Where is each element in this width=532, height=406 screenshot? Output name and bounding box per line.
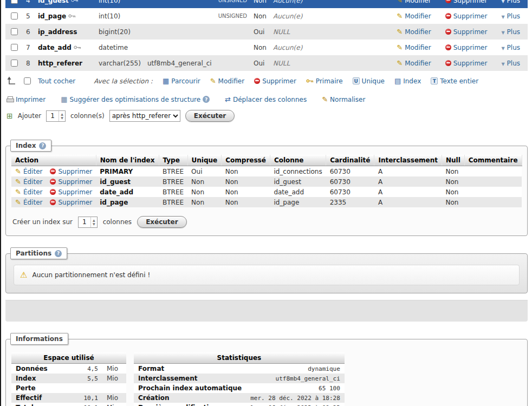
- add-column-form: Ajouter 1 colonne(s) après http_referer …: [5, 109, 528, 128]
- selection-drop-button[interactable]: Supprimer: [254, 77, 296, 85]
- column-default: Aucun(e): [270, 0, 335, 8]
- browse-icon: [163, 77, 169, 85]
- column-collation: [144, 40, 215, 55]
- check-all-checkbox[interactable]: [24, 77, 31, 84]
- key-icon: [68, 14, 76, 18]
- tools-bar: Imprimer Suggérer des optimisations de s…: [5, 91, 528, 109]
- normalize-link[interactable]: Normaliser: [322, 95, 365, 103]
- stepper-down-icon[interactable]: [93, 222, 95, 226]
- modify-link[interactable]: Modifier: [397, 59, 431, 67]
- delete-icon: [254, 78, 260, 84]
- chevron-down-icon: [501, 0, 504, 4]
- row-checkbox[interactable]: [11, 28, 18, 35]
- stepper-down-icon[interactable]: [61, 116, 63, 120]
- drop-index-link[interactable]: Supprimer: [50, 188, 92, 196]
- row-checkbox[interactable]: [11, 12, 18, 19]
- index-table: Action Nom de l'index Type Unique Compre…: [11, 155, 522, 207]
- drop-index-link[interactable]: Supprimer: [50, 167, 92, 175]
- drop-index-link[interactable]: Supprimer: [50, 178, 92, 186]
- selection-modify-button[interactable]: Modifier: [210, 77, 244, 85]
- create-index-count-stepper[interactable]: 1: [78, 217, 98, 228]
- key-icon: [74, 45, 81, 50]
- pencil-icon: [15, 198, 21, 206]
- stepper-up-icon[interactable]: [61, 113, 63, 116]
- drop-link[interactable]: Supprimer: [445, 0, 488, 4]
- help-icon[interactable]: [55, 250, 62, 257]
- create-index-columns-label: colonnes: [103, 218, 132, 226]
- print-link[interactable]: Imprimer: [7, 96, 46, 103]
- more-link[interactable]: Plus: [501, 0, 520, 4]
- with-selected-label: Avec la sélection :: [94, 77, 153, 85]
- key-icon: [71, 0, 79, 3]
- edit-index-link[interactable]: Éditer: [15, 178, 42, 186]
- column-name: ip_address: [35, 24, 95, 40]
- drop-link[interactable]: Supprimer: [445, 28, 488, 36]
- index-row: Éditer Supprimer id_page BTREE Non Non i…: [11, 197, 522, 207]
- add-column-count-stepper[interactable]: 1: [46, 110, 66, 122]
- row-checkbox[interactable]: [11, 60, 18, 67]
- column-attributes: UNSIGNED: [215, 0, 250, 8]
- table-row[interactable]: 8 http_referer varchar(255) utf8mb4_gene…: [5, 55, 528, 71]
- normalize-icon: [322, 95, 328, 103]
- column-type: bigint(20): [95, 24, 144, 40]
- move-columns-link[interactable]: Déplacer des colonnes: [225, 95, 307, 103]
- modify-link[interactable]: Modifier: [397, 43, 431, 51]
- column-null: Oui: [250, 24, 270, 40]
- edit-index-link[interactable]: Éditer: [15, 188, 42, 196]
- help-icon[interactable]: [203, 96, 210, 103]
- execute-button[interactable]: Exécuter: [185, 110, 235, 122]
- help-icon[interactable]: [39, 142, 46, 149]
- row-checkbox[interactable]: [11, 44, 18, 51]
- column-null: Non: [250, 8, 270, 24]
- selection-index-button[interactable]: Index: [394, 77, 421, 85]
- execute-button[interactable]: Exécuter: [137, 216, 187, 228]
- more-link[interactable]: Plus: [501, 43, 520, 51]
- column-attributes: [215, 55, 250, 71]
- column-null: Non: [250, 0, 270, 8]
- delete-icon: [445, 13, 451, 19]
- column-default: NULL: [270, 55, 335, 71]
- edit-index-link[interactable]: Éditer: [15, 167, 42, 175]
- edit-index-link[interactable]: Éditer: [15, 198, 42, 206]
- selection-fulltext-button[interactable]: Texte entier: [431, 77, 478, 85]
- modify-link[interactable]: Modifier: [397, 0, 431, 4]
- add-column-position-select[interactable]: après http_referer: [109, 110, 180, 122]
- drop-link[interactable]: Supprimer: [445, 43, 488, 51]
- table-row[interactable]: 7 date_add datetime Non Aucun(e) Modifie…: [5, 40, 528, 55]
- drop-link[interactable]: Supprimer: [445, 59, 488, 67]
- pencil-icon: [397, 28, 403, 36]
- check-all-label[interactable]: Tout cocher: [38, 77, 75, 85]
- more-link[interactable]: Plus: [501, 28, 520, 36]
- column-name: date_add: [35, 40, 95, 55]
- table-row[interactable]: 6 ip_address bigint(20) Oui NULL Modifie…: [5, 24, 528, 40]
- more-link[interactable]: Plus: [501, 59, 520, 67]
- selection-unique-button[interactable]: Unique: [353, 77, 385, 85]
- modify-link[interactable]: Modifier: [397, 12, 431, 20]
- table-row[interactable]: 5 id_page int(10) UNSIGNED Non Aucun(e) …: [5, 8, 528, 24]
- table-row: Interclassementutf8mb4_general_ci: [134, 374, 345, 383]
- fieldset-footer: [5, 300, 528, 322]
- selection-browse-button[interactable]: Parcourir: [163, 77, 200, 85]
- pencil-icon: [397, 59, 403, 67]
- table-row: Perte: [11, 383, 126, 393]
- table-row[interactable]: 4 id_guest int(10) UNSIGNED Non Aucun(e)…: [5, 0, 528, 8]
- stepper-up-icon[interactable]: [93, 219, 95, 222]
- create-index-label: Créer un index sur: [12, 218, 73, 226]
- row-checkbox[interactable]: [11, 0, 18, 4]
- no-partition-notice: Aucun partitionnement n'est défini !: [14, 265, 520, 285]
- index-row: Éditer Supprimer date_add BTREE Non Non …: [11, 187, 522, 197]
- space-used-title: Espace utilisé: [11, 352, 126, 364]
- column-type: datetime: [95, 40, 144, 55]
- index-row: Éditer Supprimer id_guest BTREE Non Non …: [11, 176, 522, 187]
- selection-primary-button[interactable]: Primaire: [306, 77, 343, 85]
- drop-index-link[interactable]: Supprimer: [50, 198, 92, 206]
- pencil-icon: [15, 178, 21, 186]
- propose-structure-link[interactable]: Suggérer des optimisations de structure: [61, 95, 210, 103]
- more-link[interactable]: Plus: [501, 12, 520, 20]
- delete-icon: [445, 60, 451, 66]
- index-row: Éditer Supprimer PRIMARY BTREE Oui Non i…: [11, 166, 522, 177]
- drop-link[interactable]: Supprimer: [445, 12, 488, 20]
- informations-fieldset: Informations Espace utilisé Données4,5Mi…: [5, 339, 528, 406]
- pencil-icon: [15, 167, 21, 175]
- modify-link[interactable]: Modifier: [397, 28, 431, 36]
